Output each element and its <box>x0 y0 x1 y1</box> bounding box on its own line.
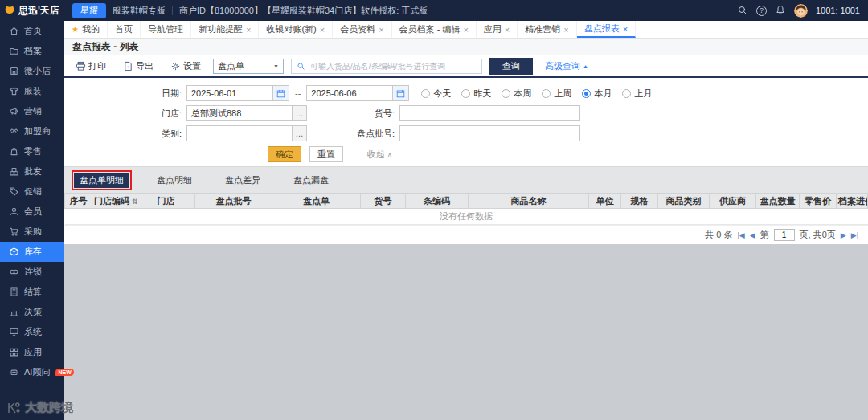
sidebar-item-micro-store[interactable]: 微小店 <box>0 61 64 81</box>
search-icon[interactable] <box>737 5 748 16</box>
calendar-icon[interactable] <box>272 86 289 100</box>
sidebar-item-decision[interactable]: 决策 <box>0 302 64 322</box>
prev-page-icon[interactable]: ◀ <box>750 231 755 239</box>
sidebar-item-application[interactable]: 应用 <box>0 342 64 362</box>
detail-tab-count-detail[interactable]: 盘点明细 <box>151 173 198 188</box>
avatar[interactable] <box>794 4 808 18</box>
sidebar-item-member[interactable]: 会员 <box>0 202 64 222</box>
close-icon[interactable]: × <box>379 25 383 35</box>
query-button[interactable]: 查询 <box>489 58 533 75</box>
collapse-toggle[interactable]: 收起 ∧ <box>367 149 392 161</box>
column-header-spec[interactable]: 规格 <box>621 194 658 209</box>
column-header-store[interactable]: 门店 <box>137 194 195 209</box>
tab-mine[interactable]: ★ 我的 <box>64 21 108 38</box>
close-icon[interactable]: × <box>320 25 325 35</box>
user-label: 1001: 1001 <box>816 6 860 15</box>
column-header-item-no[interactable]: 货号 <box>361 194 406 209</box>
advanced-query-button[interactable]: 高级查询 ▲ <box>540 59 593 73</box>
detail-tab-count-diff[interactable]: 盘点差异 <box>219 173 266 188</box>
batch-no-input[interactable] <box>399 125 580 141</box>
detail-tab-sheet-detail[interactable]: 盘点单明细 <box>74 173 129 188</box>
tab-cashier-reconcile[interactable]: 收银对账(新) × <box>259 21 333 38</box>
store-input[interactable] <box>187 106 292 120</box>
column-header-supplier[interactable]: 供应商 <box>710 194 756 209</box>
sidebar-item-home[interactable]: 首页 <box>0 21 64 41</box>
edition-button[interactable]: 星耀 <box>72 3 106 18</box>
app-logo-icon <box>4 4 15 18</box>
sidebar-item-wholesale[interactable]: 批发 <box>0 161 64 181</box>
date-from-input[interactable] <box>187 88 272 98</box>
detail-tab-count-missed[interactable]: 盘点漏盘 <box>288 173 334 188</box>
settings-button[interactable]: 设置 <box>166 59 206 73</box>
search-input[interactable] <box>309 61 477 71</box>
advanced-query-label: 高级查询 <box>545 60 580 72</box>
close-icon[interactable]: × <box>623 24 628 34</box>
close-icon[interactable]: × <box>563 25 568 35</box>
sidebar-item-settlement[interactable]: 结算 <box>0 282 64 302</box>
column-header-unit[interactable]: 单位 <box>589 194 621 209</box>
sidebar-item-chain[interactable]: 连锁 <box>0 262 64 282</box>
column-header-batch-no[interactable]: 盘点批号 <box>195 194 272 209</box>
tab-new-feature-alert[interactable]: 新功能提醒 × <box>191 21 259 38</box>
column-header-index[interactable]: 序号 <box>65 194 92 209</box>
sidebar-item-archives[interactable]: 档案 <box>0 41 64 61</box>
robot-icon <box>9 367 19 377</box>
radio-this-week[interactable]: 本周 <box>502 88 531 100</box>
column-header-barcode[interactable]: 条编码 <box>406 194 469 209</box>
sort-icon[interactable]: ⇅ <box>132 198 137 206</box>
tab-inventory-report[interactable]: 盘点报表 × <box>577 21 636 38</box>
column-header-cost-price[interactable]: 档案进价 <box>837 194 868 209</box>
sidebar-item-purchase[interactable]: 采购 <box>0 222 64 242</box>
column-header-retail-price[interactable]: 零售价 <box>800 194 837 209</box>
calendar-icon[interactable] <box>392 86 408 100</box>
radio-today[interactable]: 今天 <box>421 88 451 100</box>
close-icon[interactable]: × <box>246 25 251 35</box>
watermark: 大数跨境 <box>6 400 73 415</box>
close-icon[interactable]: × <box>505 25 510 35</box>
radio-last-month[interactable]: 上月 <box>622 88 652 100</box>
radio-this-month[interactable]: 本月 <box>582 88 612 100</box>
sidebar-item-system[interactable]: 系统 <box>0 322 64 342</box>
radio-last-week[interactable]: 上周 <box>542 88 571 100</box>
last-page-icon[interactable]: ▶| <box>851 231 858 239</box>
cube-icon <box>9 247 19 257</box>
tab-precision-marketing[interactable]: 精准营销 × <box>518 21 576 38</box>
export-button[interactable]: 导出 <box>118 59 158 73</box>
sidebar-item-ai-advisor[interactable]: AI顾问 NEW <box>0 362 64 382</box>
category-picker-button[interactable]: … <box>292 126 306 141</box>
close-icon[interactable]: × <box>463 25 468 35</box>
item-no-input[interactable] <box>399 105 580 121</box>
bell-icon[interactable] <box>775 5 786 16</box>
sidebar-item-franchisee[interactable]: 加盟商 <box>0 121 64 141</box>
column-header-product-name[interactable]: 商品名称 <box>469 194 589 209</box>
tab-nav-management[interactable]: 导航管理 <box>141 21 191 38</box>
tab-application[interactable]: 应用 × <box>477 21 518 38</box>
tab-member-info[interactable]: 会员资料 × <box>333 21 391 38</box>
doc-type-select[interactable]: 盘点单 ▼ <box>213 59 284 74</box>
category-input[interactable] <box>187 126 292 141</box>
column-header-category[interactable]: 商品类别 <box>658 194 710 209</box>
sidebar-item-retail[interactable]: 零售 <box>0 141 64 161</box>
page-number-input[interactable] <box>774 229 795 241</box>
next-page-icon[interactable]: ▶ <box>841 231 846 239</box>
date-to-input[interactable] <box>307 88 392 98</box>
reset-button[interactable]: 重置 <box>309 146 343 162</box>
sidebar-item-promotion[interactable]: 促销 <box>0 181 64 202</box>
sidebar-item-clothing[interactable]: 服装 <box>0 81 64 101</box>
date-from-box <box>186 85 289 101</box>
tab-member-archive-edit[interactable]: 会员档案 - 编辑 × <box>392 21 477 38</box>
print-button[interactable]: 打印 <box>71 59 111 73</box>
radio-yesterday[interactable]: 昨天 <box>461 88 491 100</box>
tab-home[interactable]: 首页 <box>108 21 141 38</box>
column-header-sheet-no[interactable]: 盘点单 <box>272 194 361 209</box>
help-icon[interactable]: ? <box>756 6 767 16</box>
column-header-store-code[interactable]: 门店编码 ⇅ <box>92 194 137 209</box>
radio-circle <box>461 89 470 98</box>
column-header-count-qty[interactable]: 盘点数量 <box>756 194 800 209</box>
sidebar-item-marketing[interactable]: 营销 <box>0 101 64 121</box>
sidebar-item-inventory[interactable]: 库存 <box>0 242 64 262</box>
first-page-icon[interactable]: |◀ <box>737 231 744 239</box>
person-icon <box>9 206 19 217</box>
confirm-button[interactable]: 确定 <box>268 146 301 162</box>
store-picker-button[interactable]: … <box>292 106 306 120</box>
